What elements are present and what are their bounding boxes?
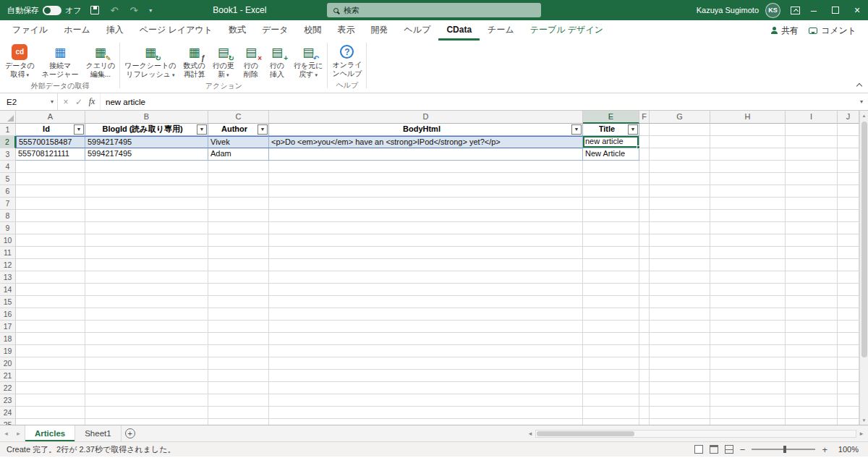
column-header-A[interactable]: A [16, 111, 85, 124]
cell-A11[interactable] [16, 247, 85, 259]
cell-F5[interactable] [639, 173, 650, 185]
cell-D7[interactable] [269, 198, 583, 210]
cell-I1[interactable] [786, 124, 838, 136]
cell-J23[interactable] [838, 394, 859, 407]
cell-A13[interactable] [16, 271, 85, 284]
cell-C6[interactable] [208, 185, 269, 198]
cell-F6[interactable] [639, 185, 650, 198]
cell-A16[interactable] [16, 308, 85, 321]
cell-I6[interactable] [786, 185, 838, 198]
cell-E17[interactable] [583, 321, 639, 333]
cell-G3[interactable] [650, 148, 710, 161]
cell-A25[interactable] [16, 419, 85, 425]
cell-D3[interactable] [269, 148, 583, 161]
cell-D1[interactable]: BodyHtml▼ [269, 124, 583, 136]
cell-I25[interactable] [786, 419, 838, 425]
cell-H4[interactable] [710, 161, 786, 173]
cell-J24[interactable] [838, 407, 859, 419]
cell-G9[interactable] [650, 222, 710, 234]
cell-H3[interactable] [710, 148, 786, 161]
cell-J5[interactable] [838, 173, 859, 185]
cell-J21[interactable] [838, 370, 859, 382]
cell-A14[interactable] [16, 284, 85, 296]
cell-F2[interactable] [639, 136, 650, 148]
cell-D17[interactable] [269, 321, 583, 333]
cell-D11[interactable] [269, 247, 583, 259]
tab-view[interactable]: 表示 [330, 20, 363, 41]
cell-F12[interactable] [639, 259, 650, 271]
customize-qat-dropdown-icon[interactable]: ▾ [146, 0, 155, 20]
cell-C17[interactable] [208, 321, 269, 333]
cell-B15[interactable] [85, 296, 208, 308]
tab-data[interactable]: データ [254, 20, 297, 41]
row-header-9[interactable]: 9 [0, 222, 16, 234]
cell-A4[interactable] [16, 161, 85, 173]
cell-I9[interactable] [786, 222, 838, 234]
cell-H14[interactable] [710, 284, 786, 296]
comments-button[interactable]: コメント [809, 25, 856, 37]
cell-E13[interactable] [583, 271, 639, 284]
cell-J9[interactable] [838, 222, 859, 234]
cell-G25[interactable] [650, 419, 710, 425]
cell-F11[interactable] [639, 247, 650, 259]
formula-input[interactable]: new article [101, 93, 855, 110]
cell-B17[interactable] [85, 321, 208, 333]
cell-E12[interactable] [583, 259, 639, 271]
cell-G16[interactable] [650, 308, 710, 321]
cell-D25[interactable] [269, 419, 583, 425]
cell-D19[interactable] [269, 345, 583, 357]
filter-button-A[interactable]: ▼ [74, 124, 84, 135]
cell-G5[interactable] [650, 173, 710, 185]
cell-D5[interactable] [269, 173, 583, 185]
user-avatar[interactable]: KS [765, 3, 780, 18]
revert-rows-button[interactable]: ▤↶行を元に戻す▾ [290, 42, 326, 80]
cell-J22[interactable] [838, 382, 859, 394]
cell-G11[interactable] [650, 247, 710, 259]
undo-icon[interactable]: ↶ [108, 0, 122, 20]
cell-C13[interactable] [208, 271, 269, 284]
row-header-3[interactable]: 3 [0, 148, 16, 161]
cell-C5[interactable] [208, 173, 269, 185]
cell-J10[interactable] [838, 234, 859, 247]
enter-icon[interactable]: ✓ [72, 97, 85, 107]
cell-B20[interactable] [85, 357, 208, 370]
cell-J6[interactable] [838, 185, 859, 198]
cell-F22[interactable] [639, 382, 650, 394]
horizontal-scroll-thumb[interactable] [537, 431, 634, 436]
row-header-7[interactable]: 7 [0, 198, 16, 210]
cell-H22[interactable] [710, 382, 786, 394]
cell-H18[interactable] [710, 333, 786, 345]
cell-B23[interactable] [85, 394, 208, 407]
scroll-up-icon[interactable]: ▲ [862, 111, 867, 120]
cell-I8[interactable] [786, 210, 838, 222]
tab-insert[interactable]: 挿入 [98, 20, 132, 41]
tab-home[interactable]: ホーム [56, 20, 98, 41]
cell-F10[interactable] [639, 234, 650, 247]
cell-G14[interactable] [650, 284, 710, 296]
cell-B5[interactable] [85, 173, 208, 185]
cell-C7[interactable] [208, 198, 269, 210]
cell-C12[interactable] [208, 259, 269, 271]
cell-G10[interactable] [650, 234, 710, 247]
select-all-button[interactable] [0, 111, 16, 124]
cell-A22[interactable] [16, 382, 85, 394]
cell-J12[interactable] [838, 259, 859, 271]
cell-C22[interactable] [208, 382, 269, 394]
cell-I14[interactable] [786, 284, 838, 296]
cell-F21[interactable] [639, 370, 650, 382]
cell-H17[interactable] [710, 321, 786, 333]
vertical-scroll-track[interactable] [860, 120, 868, 415]
cell-A9[interactable] [16, 222, 85, 234]
scroll-left-icon[interactable]: ◂ [525, 430, 535, 437]
cell-G23[interactable] [650, 394, 710, 407]
cell-D16[interactable] [269, 308, 583, 321]
cell-E21[interactable] [583, 370, 639, 382]
sheet-tab-sheet1[interactable]: Sheet1 [75, 425, 121, 441]
cell-H5[interactable] [710, 173, 786, 185]
cell-E18[interactable] [583, 333, 639, 345]
cell-J16[interactable] [838, 308, 859, 321]
cell-C8[interactable] [208, 210, 269, 222]
cell-G21[interactable] [650, 370, 710, 382]
redo-icon[interactable]: ↷ [127, 0, 140, 20]
cell-A18[interactable] [16, 333, 85, 345]
